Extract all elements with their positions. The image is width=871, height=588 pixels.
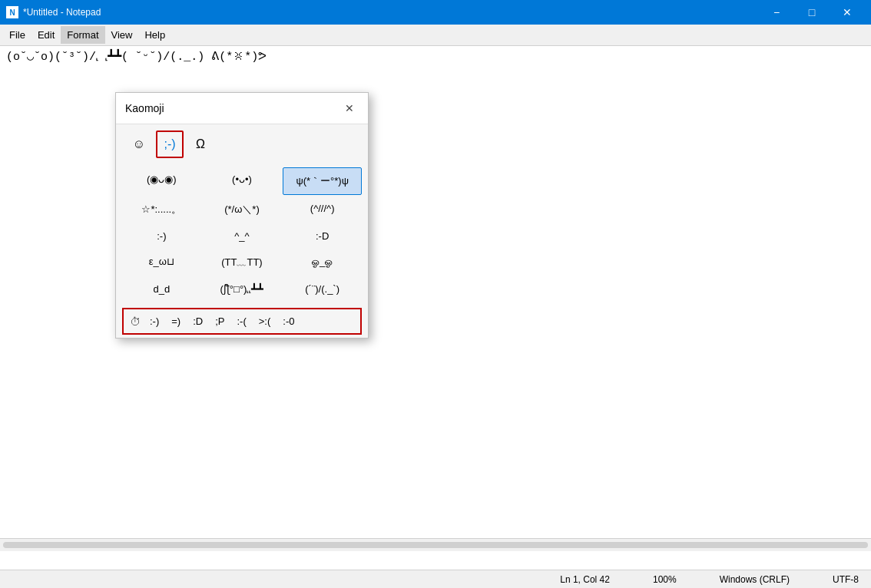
- kaomoji-cell-14[interactable]: (´¨)/(._`): [283, 277, 362, 302]
- dialog-close-button[interactable]: ✕: [340, 99, 359, 117]
- line-ending: Windows (CRLF): [714, 574, 796, 585]
- kaomoji-cell-13[interactable]: (ʃƪ°□°)˻˻┻┻: [203, 277, 282, 302]
- editor-area[interactable]: (o˘◡˘o)(˘³˘)/˻ ˻┻┻( ˘ᵕ˘)/(._.) ᕕ(*ꐦ*)ᕗ K…: [0, 46, 871, 570]
- menu-edit[interactable]: Edit: [31, 26, 61, 44]
- recent-item-0[interactable]: :-): [147, 314, 162, 329]
- kaomoji-cell-1[interactable]: (•ᴗ•): [203, 167, 282, 195]
- kaomoji-cell-7[interactable]: ^_^: [203, 224, 282, 248]
- kaomoji-cell-5[interactable]: (^///^): [283, 197, 362, 223]
- recent-item-6[interactable]: :-0: [280, 314, 297, 329]
- kaomoji-grid: (◉ᴗ◉) (•ᴗ•) ψ(*｀ー°*)ψ ☆*:.....。 (*/ω＼*) …: [116, 164, 368, 305]
- menu-bar: File Edit Format View Help: [0, 25, 871, 46]
- encoding: UTF-8: [826, 574, 865, 585]
- zoom-level: 100%: [647, 574, 683, 585]
- window-controls: − □ ✕: [759, 0, 865, 25]
- tab-text-faces[interactable]: ;-): [156, 130, 184, 158]
- smiley-icon: ☺: [133, 137, 145, 151]
- kaomoji-dialog: Kaomoji ✕ ☺ ;-) Ω (◉ᴗ◉) (•ᴗ•) ψ(*｀ー°*)ψ …: [115, 92, 369, 339]
- title-bar: N *Untitled - Notepad − □ ✕: [0, 0, 871, 25]
- window-title: *Untitled - Notepad: [23, 7, 101, 18]
- kaomoji-cell-12[interactable]: d_d: [122, 277, 201, 302]
- recent-item-5[interactable]: >:(: [256, 314, 274, 329]
- recent-item-3[interactable]: ;P: [212, 314, 227, 329]
- tab-symbols[interactable]: Ω: [187, 130, 214, 158]
- kaomoji-cell-3[interactable]: ☆*:.....。: [122, 197, 201, 223]
- horizontal-scrollbar[interactable]: [0, 538, 871, 551]
- app-icon: N: [6, 6, 18, 18]
- text-faces-icon: ;-): [164, 137, 175, 151]
- menu-view[interactable]: View: [105, 26, 139, 44]
- kaomoji-cell-0[interactable]: (◉ᴗ◉): [122, 167, 201, 195]
- kaomoji-cell-9[interactable]: ε_ω⊔: [122, 249, 201, 276]
- omega-icon: Ω: [196, 137, 205, 151]
- recent-item-1[interactable]: =): [168, 314, 184, 329]
- dialog-titlebar: Kaomoji ✕: [116, 93, 368, 124]
- close-button[interactable]: ✕: [830, 0, 865, 25]
- kaomoji-cell-4[interactable]: (*/ω＼*): [203, 197, 282, 223]
- tab-smiley[interactable]: ☺: [125, 130, 153, 158]
- kaomoji-cell-10[interactable]: (TT﹏TT): [203, 249, 282, 276]
- status-bar: Ln 1, Col 42 100% Windows (CRLF) UTF-8: [0, 570, 871, 588]
- recent-clock-icon: ⏱: [130, 315, 141, 328]
- editor-content: (o˘◡˘o)(˘³˘)/˻ ˻┻┻( ˘ᵕ˘)/(._.) ᕕ(*ꐦ*)ᕗ: [0, 46, 871, 67]
- dialog-tab-bar: ☺ ;-) Ω: [116, 124, 368, 164]
- menu-help[interactable]: Help: [138, 26, 171, 44]
- menu-format[interactable]: Format: [61, 26, 104, 44]
- recent-item-2[interactable]: :D: [190, 314, 206, 329]
- hscroll-track[interactable]: [3, 542, 868, 548]
- recent-item-4[interactable]: :-(: [234, 314, 250, 329]
- kaomoji-cell-2[interactable]: ψ(*｀ー°*)ψ: [283, 167, 362, 195]
- maximize-button[interactable]: □: [794, 0, 830, 25]
- menu-file[interactable]: File: [3, 26, 31, 44]
- dialog-title: Kaomoji: [125, 102, 164, 114]
- title-bar-left: N *Untitled - Notepad: [6, 6, 101, 18]
- cursor-position: Ln 1, Col 42: [554, 574, 616, 585]
- kaomoji-cell-6[interactable]: :-): [122, 224, 201, 248]
- recent-bar: ⏱ :-) =) :D ;P :-( >:( :-0: [122, 308, 362, 335]
- kaomoji-cell-8[interactable]: :-D: [283, 224, 362, 248]
- minimize-button[interactable]: −: [759, 0, 794, 25]
- kaomoji-cell-11[interactable]: ஓ_ஓ: [283, 249, 362, 276]
